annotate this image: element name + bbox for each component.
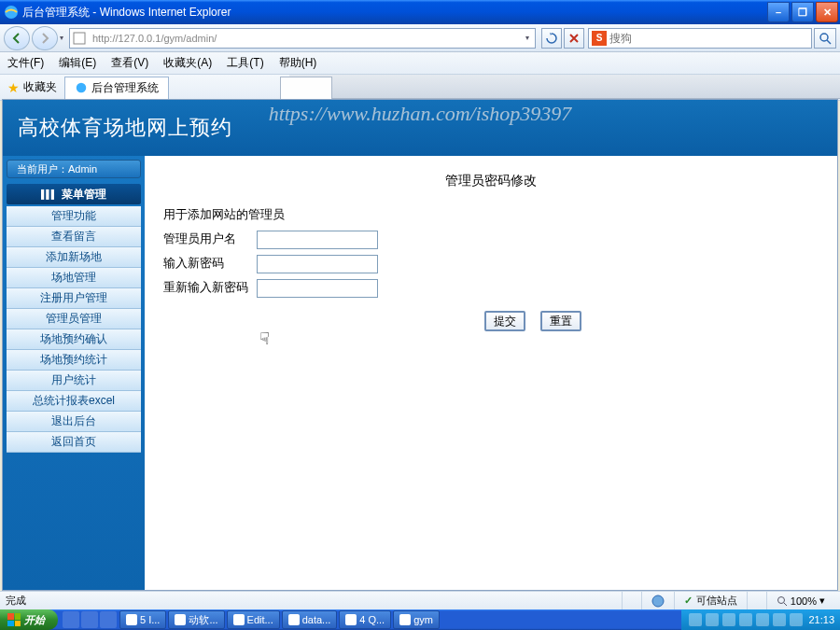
sogou-icon: S: [592, 31, 607, 46]
tray-icon[interactable]: [756, 613, 769, 626]
quicklaunch-3[interactable]: [100, 611, 117, 628]
zoom-icon: [777, 595, 788, 607]
sidebar-item-add-venue[interactable]: 添加新场地: [7, 247, 141, 268]
sidebar-item-report-excel[interactable]: 总统计报表excel: [7, 391, 141, 412]
tray-icon[interactable]: [790, 613, 803, 626]
taskbar-btn-6[interactable]: gym: [393, 610, 440, 629]
nav-toolbar: ▾ ▾ S: [0, 24, 840, 52]
app-icon: [399, 614, 411, 625]
windows-logo-icon: [7, 613, 21, 626]
status-seg-2: [641, 592, 674, 609]
status-bar: 完成 可信站点 100% ▾: [0, 591, 840, 609]
window-title: 后台管理系统 - Windows Internet Explorer: [22, 5, 765, 21]
address-input[interactable]: [89, 33, 525, 44]
app-icon: [175, 614, 186, 625]
menu-tools[interactable]: 工具(T): [227, 55, 263, 71]
form-title: 管理员密码修改: [163, 173, 819, 189]
menu-header-label: 菜单管理: [62, 187, 106, 203]
zoom-control[interactable]: 100% ▾: [766, 592, 834, 609]
taskbar-btn-3[interactable]: Edit...: [227, 610, 280, 629]
username-label: 管理员用户名: [163, 231, 257, 247]
taskbar-btn-1[interactable]: 5 I...: [119, 610, 166, 629]
sidebar-item-user-stats[interactable]: 用户统计: [7, 371, 141, 391]
taskbar-btn-2[interactable]: 动软...: [168, 610, 224, 629]
app-icon: [288, 614, 300, 625]
page-tab[interactable]: 后台管理系统: [64, 77, 169, 99]
sidebar-item-venue-manage[interactable]: 场地管理: [7, 268, 141, 288]
menu-file[interactable]: 文件(F): [7, 55, 44, 71]
stop-button[interactable]: [564, 28, 584, 49]
trusted-site-label[interactable]: 可信站点: [674, 592, 747, 609]
taskbar-clock[interactable]: 21:13: [808, 614, 834, 625]
reset-button[interactable]: 重置: [540, 311, 581, 331]
globe-icon: [651, 595, 665, 608]
username-input[interactable]: [257, 231, 378, 249]
star-icon: ★: [7, 80, 20, 95]
app-icon: [126, 614, 137, 625]
sidebar-item-home[interactable]: 返回首页: [7, 432, 141, 453]
menu-view[interactable]: 查看(V): [111, 55, 148, 71]
newpass-label: 输入新密码: [163, 255, 257, 272]
sidebar-item-admin-functions[interactable]: 管理功能: [7, 206, 141, 227]
main-panel: 管理员密码修改 用于添加网站的管理员 管理员用户名 输入新密码 重新输入新密码 …: [145, 156, 837, 590]
tray-icon[interactable]: [722, 613, 735, 626]
maximize-button[interactable]: ❐: [791, 2, 814, 22]
sidebar-item-booking-stats[interactable]: 场地预约统计: [7, 350, 141, 371]
menu-bars-icon: ▌▌▌: [41, 189, 56, 199]
tray-icon[interactable]: [706, 613, 719, 626]
menu-favorites[interactable]: 收藏夹(A): [163, 55, 212, 71]
new-tab-button[interactable]: [280, 77, 332, 99]
current-user-box: 当前用户：Admin: [7, 160, 141, 178]
svg-point-6: [777, 596, 784, 603]
menu-edit[interactable]: 编辑(E): [59, 55, 96, 71]
start-button[interactable]: 开始: [0, 609, 58, 630]
tray-icon[interactable]: [739, 613, 752, 626]
sidebar-item-booking-confirm[interactable]: 场地预约确认: [7, 329, 141, 350]
status-seg-1: [622, 592, 641, 609]
address-bar[interactable]: ▾: [69, 28, 536, 49]
svg-point-4: [77, 83, 87, 93]
taskbar-btn-4[interactable]: data...: [282, 610, 338, 629]
content-area: https://www.huzhan.com/ishop39397 高校体育场地…: [2, 99, 838, 591]
newpass-input[interactable]: [257, 255, 378, 273]
app-icon: [345, 614, 357, 625]
confirm-label: 重新输入新密码: [163, 279, 257, 296]
back-button[interactable]: [4, 26, 30, 50]
close-button[interactable]: ✕: [816, 2, 838, 22]
quicklaunch-1[interactable]: [63, 611, 79, 628]
svg-line-3: [827, 40, 831, 44]
tray-icon[interactable]: [773, 613, 786, 626]
minimize-button[interactable]: –: [767, 2, 790, 22]
ie-icon: [4, 5, 19, 20]
sidebar-item-view-messages[interactable]: 查看留言: [7, 227, 141, 247]
menu-header[interactable]: ▌▌▌ 菜单管理: [7, 184, 141, 204]
nav-history-dropdown[interactable]: ▾: [60, 34, 63, 42]
page-tab-label: 后台管理系统: [91, 80, 159, 96]
submit-button[interactable]: 提交: [484, 311, 525, 331]
quicklaunch-2[interactable]: [81, 611, 98, 628]
svg-rect-1: [74, 33, 85, 44]
page-icon: [72, 31, 87, 46]
address-dropdown[interactable]: ▾: [525, 34, 529, 42]
menu-help[interactable]: 帮助(H): [279, 55, 317, 71]
svg-point-5: [652, 595, 664, 607]
search-input[interactable]: [609, 32, 811, 45]
sidebar-item-logout[interactable]: 退出后台: [7, 412, 141, 432]
search-box[interactable]: S: [588, 28, 812, 49]
forward-button[interactable]: [32, 26, 58, 50]
sidebar-item-user-manage[interactable]: 注册用户管理: [7, 288, 141, 309]
taskbar-btn-5[interactable]: 4 Q...: [339, 610, 391, 629]
confirm-input[interactable]: [257, 279, 378, 298]
refresh-button[interactable]: [541, 28, 562, 49]
menu-bar: 文件(F) 编辑(E) 查看(V) 收藏夹(A) 工具(T) 帮助(H): [0, 52, 840, 75]
search-button[interactable]: [814, 28, 836, 49]
favorites-label[interactable]: 收藏夹: [23, 79, 57, 95]
window-titlebar: 后台管理系统 - Windows Internet Explorer – ❐ ✕: [0, 0, 840, 24]
zoom-value: 100%: [791, 595, 817, 607]
taskbar: 开始 5 I... 动软... Edit... data... 4 Q... g…: [0, 609, 840, 630]
start-label: 开始: [24, 613, 45, 627]
sidebar-item-admin-manage[interactable]: 管理员管理: [7, 309, 141, 329]
site-banner: 高校体育场地网上预约: [3, 100, 837, 156]
svg-point-2: [820, 34, 828, 41]
tray-icon[interactable]: [689, 613, 702, 626]
